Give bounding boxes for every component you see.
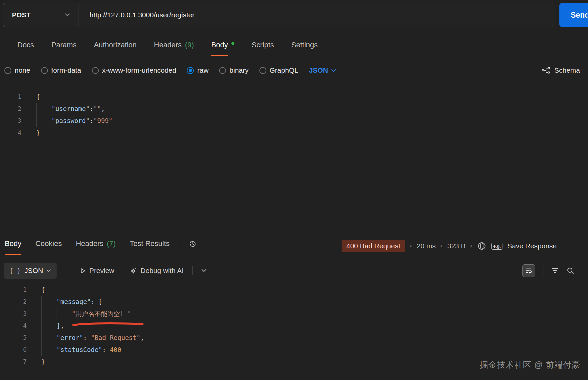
schema-label: Schema (554, 66, 580, 74)
response-tab-cookies[interactable]: Cookies (35, 239, 62, 255)
example-icon[interactable]: e.g. (491, 243, 502, 250)
line-number: 1 (0, 284, 27, 296)
tab-docs[interactable]: Docs (7, 41, 34, 56)
line-number: 4 (0, 320, 27, 332)
code-content: { (41, 284, 45, 296)
chevron-down-icon (65, 13, 70, 17)
body-type-graphql[interactable]: GraphQL (259, 66, 298, 74)
watermark: 掘金技术社区 @ 前端付豪 (480, 359, 580, 370)
token-num: 400 (110, 346, 121, 353)
line-number: 5 (0, 332, 27, 344)
dot-separator (410, 245, 412, 247)
code-content: "statusCode": 400 (41, 344, 121, 356)
search-icon[interactable] (567, 267, 574, 274)
code-content: "message": [ (41, 296, 102, 308)
response-format-selector[interactable]: { } JSON (4, 263, 57, 279)
token-str: "用户名不能为空! " (72, 310, 132, 317)
radio-icon (92, 67, 99, 74)
token-punc: { (36, 93, 40, 100)
response-body-editor[interactable]: 1{2"message": [3"用户名不能为空! "4],5"error": … (0, 284, 588, 368)
method-label: POST (12, 11, 31, 19)
body-type-options: noneform-datax-www-form-urlencodedrawbin… (4, 63, 588, 78)
format-label: JSON (24, 267, 43, 275)
line-number: 2 (0, 296, 27, 308)
rest-client-app: POST http://127.0.0.1:3000/user/register… (0, 0, 588, 380)
raw-language-selector[interactable]: JSON (309, 66, 336, 74)
tab-body[interactable]: Body (211, 41, 234, 56)
request-tabs: DocsParamsAuthorizationHeaders(9)BodyScr… (7, 41, 318, 56)
chevron-down-icon (47, 269, 51, 272)
response-tab-headers[interactable]: Headers(7) (76, 239, 116, 255)
tab-headers[interactable]: Headers(9) (154, 41, 194, 56)
preview-button[interactable]: Preview (81, 267, 114, 275)
indent-guide (41, 308, 42, 320)
response-header: BodyCookiesHeaders(7)Test Results 400 Ba… (5, 239, 588, 258)
tab-label: Headers (76, 239, 104, 248)
radio-icon (4, 67, 11, 74)
tab-label: Docs (17, 41, 34, 49)
radio-label: x-www-form-urlencoded (102, 66, 176, 74)
line-number: 3 (0, 115, 21, 127)
radio-label: binary (229, 66, 248, 74)
code-content: ], (41, 320, 64, 332)
divider (180, 240, 180, 249)
history-icon[interactable] (189, 240, 197, 248)
token-key: "message" (57, 298, 91, 305)
body-type-binary[interactable]: binary (219, 66, 248, 74)
indent-guide (41, 320, 42, 332)
network-info-icon[interactable] (477, 241, 486, 251)
dot-separator (441, 245, 442, 247)
body-type-x-www-form-urlencoded[interactable]: x-www-form-urlencoded (92, 66, 176, 74)
line-number: 7 (0, 356, 27, 368)
line-number: 4 (0, 127, 21, 139)
code-content: } (36, 127, 40, 139)
radio-label: form-data (51, 66, 81, 74)
token-punc: : (83, 334, 91, 341)
radio-icon (259, 67, 266, 74)
response-tabs: BodyCookiesHeaders(7)Test Results (5, 239, 170, 255)
token-str: "Bad Request" (91, 334, 141, 341)
body-type-form-data[interactable]: form-data (41, 66, 81, 74)
filter-icon[interactable] (551, 268, 559, 274)
method-selector[interactable]: POST (3, 3, 79, 27)
raw-language-label: JSON (309, 66, 328, 74)
code-line: 5"error": "Bad Request", (0, 332, 588, 344)
sparkle-icon (130, 268, 137, 274)
tab-label: Test Results (130, 239, 170, 248)
response-tab-test-results[interactable]: Test Results (130, 239, 170, 255)
schema-button[interactable]: Schema (542, 63, 580, 78)
token-punc: : (102, 346, 110, 353)
braces-icon: { } (9, 267, 21, 274)
response-tab-body[interactable]: Body (5, 239, 21, 255)
save-response-button[interactable]: Save Response (507, 242, 557, 250)
tab-params[interactable]: Params (51, 41, 77, 56)
chevron-down-icon[interactable] (201, 269, 206, 272)
tab-label: Headers (154, 41, 181, 49)
chevron-down-icon (331, 69, 336, 72)
code-content: "error": "Bad Request", (41, 332, 144, 344)
code-content: "username":"", (36, 103, 105, 115)
token-punc: : (90, 117, 93, 124)
tab-count: (7) (107, 239, 116, 248)
tab-settings[interactable]: Settings (291, 41, 318, 56)
viewer-actions (522, 263, 582, 279)
tab-authorization[interactable]: Authorization (94, 41, 137, 56)
tab-scripts[interactable]: Scripts (252, 41, 274, 56)
code-content: { (36, 91, 40, 103)
panel-divider[interactable] (0, 232, 588, 232)
code-content: } (41, 356, 45, 368)
body-type-none[interactable]: none (4, 66, 30, 74)
tab-label: Cookies (35, 239, 62, 248)
debug-with-ai-button[interactable]: Debug with AI (130, 267, 184, 275)
url-input[interactable]: http://127.0.0.1:3000/user/register (79, 11, 554, 19)
token-punc: } (36, 129, 40, 136)
request-body-editor[interactable]: 1{2"username":"",3"password":"999"4} (0, 91, 588, 139)
body-type-row: noneform-datax-www-form-urlencodedrawbin… (4, 63, 588, 78)
body-type-raw[interactable]: raw (187, 66, 208, 74)
schema-icon (542, 67, 550, 74)
token-punc: ], (57, 322, 64, 329)
tab-label: Params (51, 41, 77, 49)
debug-label: Debug with AI (141, 267, 184, 275)
send-button[interactable]: Send (559, 3, 588, 27)
wrap-text-button[interactable] (522, 264, 535, 277)
